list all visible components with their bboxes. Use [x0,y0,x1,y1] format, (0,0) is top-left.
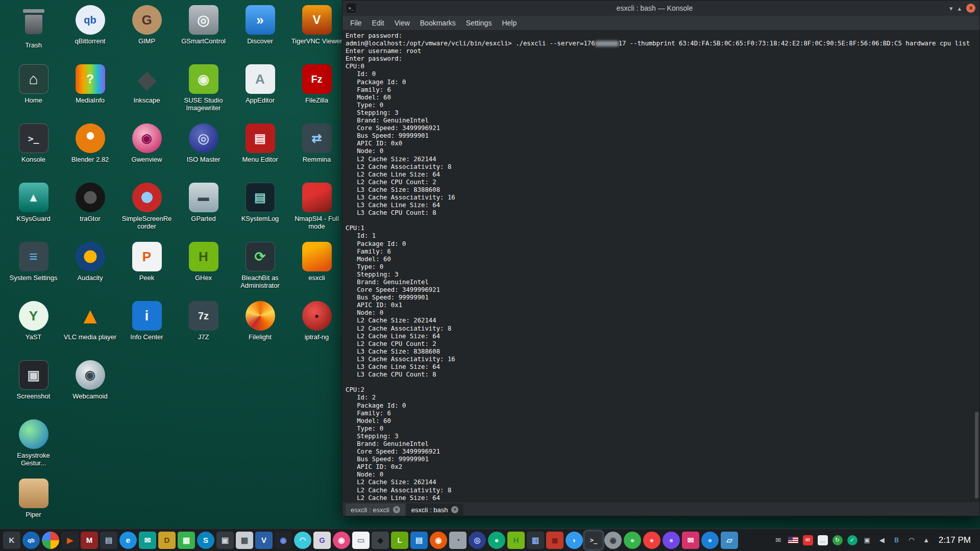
tab-close-icon[interactable]: × [393,506,400,513]
taskbar-app-gwenview[interactable]: ◉ [333,532,350,549]
taskbar-app-package-tool[interactable]: ▦ [178,532,195,549]
desktop-icon-gwenview[interactable]: ◉Gwenview [118,120,175,180]
taskbar-app-qbittorrent[interactable]: qb [22,532,40,549]
taskbar-app-status-app[interactable]: ● [488,532,505,549]
taskbar-app-konsole[interactable]: >_ [585,532,602,549]
terminal-scrollbar[interactable] [975,412,978,498]
desktop-icon-esxcli[interactable]: esxcli [288,239,345,298]
desktop-icon-menu-editor[interactable]: ▤Menu Editor [232,120,288,180]
desktop-icon-gparted[interactable]: ▬GParted [175,180,232,239]
tab-esxcli-esxcli[interactable]: esxcli : esxcli× [346,504,405,516]
taskbar-app-remote-tool[interactable]: ◗ [566,532,583,549]
taskbar-app-devede[interactable]: D [158,532,176,549]
taskbar-app-webcamoid[interactable]: ◉ [604,532,622,549]
taskbar-app-browser[interactable]: e [119,532,137,549]
taskbar-app-text-editor[interactable]: ▦ [236,532,253,549]
desktop-icon-webcamoid[interactable]: ◉Webcamoid [62,357,118,416]
taskbar-app-messenger[interactable]: ✉ [682,532,699,549]
taskbar-app-telegram[interactable]: ◠ [294,532,311,549]
maximize-button[interactable]: ▴ [958,5,961,12]
desktop-icon-yast[interactable]: YYaST [5,298,62,357]
desktop-icon-discover[interactable]: »Discover [232,2,288,61]
desktop-icon-simplescreenrecorder[interactable]: SimpleScreenRecorder [118,180,175,239]
desktop-icon-audacity[interactable]: Audacity [62,239,118,298]
desktop-icon-nmapsi4-full-mode[interactable]: NmapSI4 - Full mode [288,180,345,239]
desktop-icon-iptraf-ng[interactable]: ●iptraf-ng [288,298,345,357]
taskbar-app-purple-app[interactable]: ● [663,532,680,549]
desktop-icon-trash[interactable]: Trash [5,2,62,61]
menu-bookmarks[interactable]: Bookmarks [415,17,460,29]
close-button[interactable]: × [966,4,975,13]
taskbar-app-disk-tool[interactable]: ◔ [449,532,467,549]
taskbar-app-gimp[interactable]: G [313,532,331,549]
desktop-icon-gsmartcontrol[interactable]: ◎GSmartControl [175,2,232,61]
desktop-icon-remmina[interactable]: ⇄Remmina [288,120,345,180]
display-icon[interactable]: ▣ [862,535,872,545]
minimize-button[interactable]: ▾ [949,5,953,12]
desktop-icon-easystroke-gestur[interactable]: Easystroke Gestur... [5,416,62,475]
taskbar-app-red-app[interactable]: ● [643,532,660,549]
desktop-icon-qbittorrent[interactable]: qbqBittorrent [62,2,118,61]
desktop-icon-peek[interactable]: PPeek [118,239,175,298]
chat-bubble-icon[interactable]: … [818,535,828,545]
taskbar-app-nmapsi4[interactable]: ◼ [546,532,564,549]
tab-esxcli-bash[interactable]: esxcli : bash× [406,504,464,516]
keyboard-layout-us-flag-icon[interactable] [788,535,798,545]
desktop-icon-tragtor[interactable]: traGtor [62,180,118,239]
desktop-icon-suse-studio-imagewriter[interactable]: ◉SUSE Studio Imagewriter [175,61,232,120]
volume-icon[interactable]: ◀ [877,535,887,545]
desktop-icon-iso-master[interactable]: ◎ISO Master [175,120,232,180]
tab-close-icon[interactable]: × [451,506,458,513]
taskbar-app-file-manager[interactable]: ▱ [721,532,738,549]
desktop-icon-vlc-media-player[interactable]: ▲VLC media player [62,298,118,357]
wifi-network-icon[interactable]: ◠ [906,535,917,545]
taskbar-app-blue-app[interactable]: ● [701,532,719,549]
desktop-icon-ghex[interactable]: HGHex [175,239,232,298]
updates-available-icon[interactable]: ↻ [832,535,843,545]
status-notifier-icon[interactable]: ✉ [773,535,783,545]
taskbar-app-green-app[interactable]: ● [624,532,641,549]
desktop-icon-blender-2-82[interactable]: Blender 2.82 [62,120,118,180]
desktop-icon-info-center[interactable]: iInfo Center [118,298,175,357]
desktop-icon-bleachbit-as-administrator[interactable]: ⟳BleachBit as Administrator [232,239,288,298]
taskbar-app-vnc-viewer[interactable]: V [255,532,273,549]
taskbar-app-nature-app[interactable]: L [391,532,408,549]
taskbar-app-system-log[interactable]: ▤ [100,532,117,549]
sync-status-icon[interactable]: ✓ [847,535,857,545]
desktop-icon-tigervnc-viewer[interactable]: VTigerVNC Viewer [288,2,345,61]
desktop-icon-konsole[interactable]: >_Konsole [5,120,62,180]
taskbar-app-app-launcher[interactable]: K [3,532,20,549]
desktop-icon-system-settings[interactable]: ≡System Settings [5,239,62,298]
desktop-icon-mediainfo[interactable]: ?MediaInfo [62,61,118,120]
taskbar-app-notes[interactable]: ▭ [352,532,370,549]
taskbar-app-chrome[interactable] [42,532,59,549]
taskbar-app-menu-editor[interactable]: M [81,532,98,549]
terminal-area[interactable]: Enter password:admin@localhost:/opt/vmwa… [342,31,979,502]
desktop-icon-filelight[interactable]: Filelight [232,298,288,357]
desktop-icon-home[interactable]: ⌂Home [5,61,62,120]
taskbar-app-ghex[interactable]: H [507,532,525,549]
taskbar-app-skype[interactable]: S [197,532,214,549]
menu-view[interactable]: View [390,17,414,29]
taskbar-app-iso-master[interactable]: ◎ [469,532,486,549]
bluetooth-icon[interactable]: B [892,535,902,545]
taskbar-app-mail[interactable]: ✉ [139,532,156,549]
taskbar-app-ssr[interactable]: ◉ [430,532,447,549]
clock[interactable]: 2:17 PM [939,535,971,545]
taskbar-app-media-player[interactable]: ▶ [61,532,79,549]
taskbar-app-recorder[interactable]: ◉ [275,532,292,549]
menu-help[interactable]: Help [497,17,521,29]
menu-edit[interactable]: Edit [368,17,389,29]
expand-tray-arrow-icon[interactable]: ▲ [921,535,932,545]
desktop-icon-appeditor[interactable]: AAppEditor [232,61,288,120]
menu-settings[interactable]: Settings [461,17,497,29]
desktop-icon-ksysguard[interactable]: ▲KSysGuard [5,180,62,239]
desktop-icon-screenshot[interactable]: ▣Screenshot [5,357,62,416]
taskbar-app-screenshot-tool[interactable]: ▣ [216,532,234,549]
desktop-icon-j7z[interactable]: 7zJ7Z [175,298,232,357]
desktop-icon-inkscape[interactable]: ◆Inkscape [118,61,175,120]
taskbar-app-docs[interactable]: ▤ [410,532,428,549]
window-titlebar[interactable]: >_ esxcli : bash — Konsole ▾ ▴ × [342,1,979,16]
desktop-icon-ksystemlog[interactable]: ▤KSystemLog [232,180,288,239]
taskbar-app-inkscape[interactable]: ◆ [372,532,389,549]
